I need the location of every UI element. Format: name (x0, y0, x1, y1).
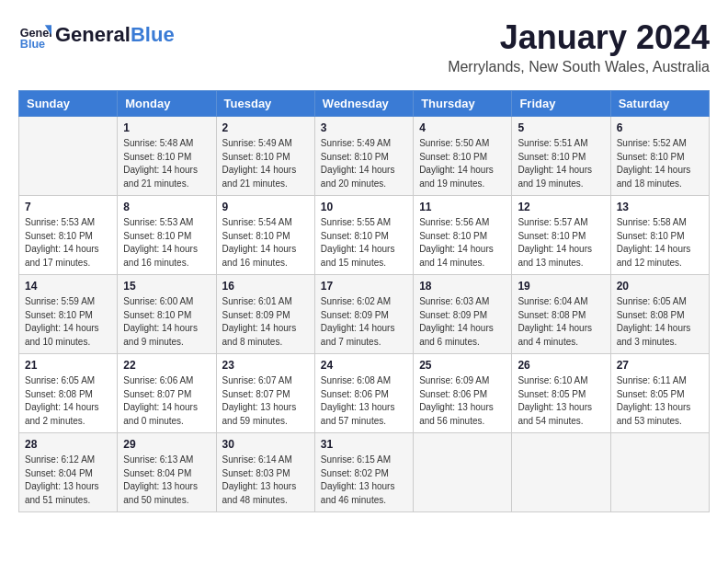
calendar-cell: 13Sunrise: 5:58 AM Sunset: 8:10 PM Dayli… (610, 196, 709, 275)
calendar-cell (414, 433, 512, 512)
calendar-week-row: 21Sunrise: 6:05 AM Sunset: 8:08 PM Dayli… (19, 354, 710, 433)
calendar-week-row: 7Sunrise: 5:53 AM Sunset: 8:10 PM Daylig… (19, 196, 710, 275)
day-number: 5 (518, 121, 604, 134)
day-info: Sunrise: 6:02 AM Sunset: 8:09 PM Dayligh… (321, 295, 407, 349)
day-number: 3 (321, 121, 407, 134)
day-number: 18 (419, 280, 506, 293)
day-info: Sunrise: 6:00 AM Sunset: 8:10 PM Dayligh… (123, 295, 210, 349)
day-of-week-header: Saturday (610, 91, 709, 117)
day-number: 15 (123, 280, 210, 293)
logo-text: GeneralBlue (55, 24, 175, 46)
day-number: 31 (321, 438, 407, 451)
day-info: Sunrise: 6:11 AM Sunset: 8:05 PM Dayligh… (617, 374, 703, 428)
calendar-cell: 31Sunrise: 6:15 AM Sunset: 8:02 PM Dayli… (314, 433, 413, 512)
calendar-cell: 4Sunrise: 5:50 AM Sunset: 8:10 PM Daylig… (414, 117, 512, 196)
calendar-cell (19, 117, 118, 196)
day-number: 13 (617, 201, 703, 213)
day-info: Sunrise: 5:51 AM Sunset: 8:10 PM Dayligh… (518, 137, 604, 190)
calendar-cell: 16Sunrise: 6:01 AM Sunset: 8:09 PM Dayli… (216, 275, 314, 354)
day-info: Sunrise: 6:05 AM Sunset: 8:08 PM Dayligh… (617, 295, 703, 349)
day-info: Sunrise: 5:52 AM Sunset: 8:10 PM Dayligh… (617, 137, 703, 190)
calendar-cell: 18Sunrise: 6:03 AM Sunset: 8:09 PM Dayli… (414, 275, 512, 354)
page-header: General Blue GeneralBlue January 2024 Me… (18, 18, 710, 75)
day-number: 30 (222, 438, 309, 451)
day-number: 12 (518, 201, 604, 213)
day-of-week-header: Monday (118, 91, 216, 117)
calendar-cell: 23Sunrise: 6:07 AM Sunset: 8:07 PM Dayli… (216, 354, 314, 433)
day-number: 6 (617, 121, 703, 134)
calendar-week-row: 28Sunrise: 6:12 AM Sunset: 8:04 PM Dayli… (19, 433, 710, 512)
calendar-cell: 14Sunrise: 5:59 AM Sunset: 8:10 PM Dayli… (19, 275, 118, 354)
day-info: Sunrise: 6:09 AM Sunset: 8:06 PM Dayligh… (419, 374, 506, 428)
day-number: 28 (25, 438, 111, 451)
calendar-cell: 8Sunrise: 5:53 AM Sunset: 8:10 PM Daylig… (118, 196, 216, 275)
logo-icon: General Blue (18, 18, 51, 52)
day-info: Sunrise: 5:53 AM Sunset: 8:10 PM Dayligh… (123, 216, 210, 270)
day-number: 9 (222, 201, 309, 213)
calendar-cell: 9Sunrise: 5:54 AM Sunset: 8:10 PM Daylig… (216, 196, 314, 275)
calendar-title: January 2024 (448, 18, 710, 57)
day-of-week-header: Tuesday (216, 91, 314, 117)
day-info: Sunrise: 6:14 AM Sunset: 8:03 PM Dayligh… (222, 454, 309, 507)
calendar-cell: 17Sunrise: 6:02 AM Sunset: 8:09 PM Dayli… (314, 275, 413, 354)
calendar-cell: 26Sunrise: 6:10 AM Sunset: 8:05 PM Dayli… (512, 354, 610, 433)
day-number: 24 (321, 359, 407, 372)
day-of-week-header: Wednesday (314, 91, 413, 117)
calendar-cell: 29Sunrise: 6:13 AM Sunset: 8:04 PM Dayli… (118, 433, 216, 512)
calendar-cell: 22Sunrise: 6:06 AM Sunset: 8:07 PM Dayli… (118, 354, 216, 433)
day-number: 16 (222, 280, 309, 293)
svg-text:Blue: Blue (20, 38, 45, 51)
day-info: Sunrise: 5:56 AM Sunset: 8:10 PM Dayligh… (419, 216, 506, 270)
calendar-subtitle: Merrylands, New South Wales, Australia (448, 59, 710, 75)
calendar-cell: 6Sunrise: 5:52 AM Sunset: 8:10 PM Daylig… (610, 117, 709, 196)
day-info: Sunrise: 6:15 AM Sunset: 8:02 PM Dayligh… (321, 454, 407, 507)
day-info: Sunrise: 6:03 AM Sunset: 8:09 PM Dayligh… (419, 295, 506, 349)
day-number: 14 (25, 280, 111, 293)
day-info: Sunrise: 5:49 AM Sunset: 8:10 PM Dayligh… (321, 137, 407, 190)
day-info: Sunrise: 5:50 AM Sunset: 8:10 PM Dayligh… (419, 137, 506, 190)
calendar-cell: 7Sunrise: 5:53 AM Sunset: 8:10 PM Daylig… (19, 196, 118, 275)
calendar-cell: 30Sunrise: 6:14 AM Sunset: 8:03 PM Dayli… (216, 433, 314, 512)
calendar-header-row: SundayMondayTuesdayWednesdayThursdayFrid… (19, 91, 710, 117)
day-info: Sunrise: 5:53 AM Sunset: 8:10 PM Dayligh… (25, 216, 111, 270)
day-info: Sunrise: 6:08 AM Sunset: 8:06 PM Dayligh… (321, 374, 407, 428)
calendar-cell: 28Sunrise: 6:12 AM Sunset: 8:04 PM Dayli… (19, 433, 118, 512)
day-number: 4 (419, 121, 506, 134)
calendar-cell: 25Sunrise: 6:09 AM Sunset: 8:06 PM Dayli… (414, 354, 512, 433)
calendar-cell: 11Sunrise: 5:56 AM Sunset: 8:10 PM Dayli… (414, 196, 512, 275)
day-of-week-header: Thursday (414, 91, 512, 117)
calendar-table: SundayMondayTuesdayWednesdayThursdayFrid… (18, 90, 710, 512)
day-info: Sunrise: 6:12 AM Sunset: 8:04 PM Dayligh… (25, 454, 111, 507)
day-number: 8 (123, 201, 210, 213)
logo: General Blue GeneralBlue (18, 18, 175, 52)
calendar-cell: 5Sunrise: 5:51 AM Sunset: 8:10 PM Daylig… (512, 117, 610, 196)
calendar-cell: 19Sunrise: 6:04 AM Sunset: 8:08 PM Dayli… (512, 275, 610, 354)
calendar-cell: 27Sunrise: 6:11 AM Sunset: 8:05 PM Dayli… (610, 354, 709, 433)
day-info: Sunrise: 5:49 AM Sunset: 8:10 PM Dayligh… (222, 137, 309, 190)
day-info: Sunrise: 5:55 AM Sunset: 8:10 PM Dayligh… (321, 216, 407, 270)
day-info: Sunrise: 5:54 AM Sunset: 8:10 PM Dayligh… (222, 216, 309, 270)
day-info: Sunrise: 5:57 AM Sunset: 8:10 PM Dayligh… (518, 216, 604, 270)
day-number: 20 (617, 280, 703, 293)
calendar-cell (610, 433, 709, 512)
day-info: Sunrise: 5:59 AM Sunset: 8:10 PM Dayligh… (25, 295, 111, 349)
day-info: Sunrise: 6:05 AM Sunset: 8:08 PM Dayligh… (25, 374, 111, 428)
title-section: January 2024 Merrylands, New South Wales… (448, 18, 710, 75)
day-number: 1 (123, 121, 210, 134)
day-number: 25 (419, 359, 506, 372)
day-info: Sunrise: 5:58 AM Sunset: 8:10 PM Dayligh… (617, 216, 703, 270)
day-number: 23 (222, 359, 309, 372)
day-info: Sunrise: 5:48 AM Sunset: 8:10 PM Dayligh… (123, 137, 210, 190)
day-number: 17 (321, 280, 407, 293)
calendar-cell: 2Sunrise: 5:49 AM Sunset: 8:10 PM Daylig… (216, 117, 314, 196)
day-number: 2 (222, 121, 309, 134)
day-info: Sunrise: 6:04 AM Sunset: 8:08 PM Dayligh… (518, 295, 604, 349)
day-info: Sunrise: 6:10 AM Sunset: 8:05 PM Dayligh… (518, 374, 604, 428)
day-number: 7 (25, 201, 111, 213)
day-of-week-header: Friday (512, 91, 610, 117)
calendar-cell: 21Sunrise: 6:05 AM Sunset: 8:08 PM Dayli… (19, 354, 118, 433)
day-number: 10 (321, 201, 407, 213)
day-number: 19 (518, 280, 604, 293)
day-number: 26 (518, 359, 604, 372)
day-info: Sunrise: 6:01 AM Sunset: 8:09 PM Dayligh… (222, 295, 309, 349)
